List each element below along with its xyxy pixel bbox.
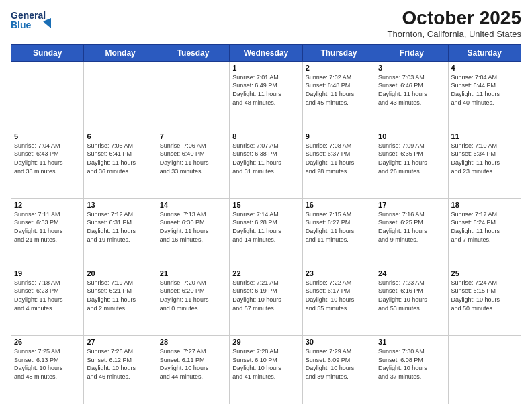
day-number: 27 bbox=[87, 338, 153, 346]
table-row: 1Sunrise: 7:01 AMSunset: 6:49 PMDaylight… bbox=[230, 61, 302, 130]
day-number: 28 bbox=[160, 338, 226, 346]
day-number: 9 bbox=[306, 132, 372, 140]
day-info: Sunrise: 7:26 AMSunset: 6:12 PMDaylight:… bbox=[87, 347, 153, 381]
day-number: 26 bbox=[14, 338, 81, 346]
day-number: 11 bbox=[451, 132, 518, 140]
page: General Blue October 2025 Thornton, Cali… bbox=[0, 0, 532, 411]
day-number: 17 bbox=[378, 201, 445, 209]
calendar-week-row: 12Sunrise: 7:11 AMSunset: 6:33 PMDayligh… bbox=[11, 198, 521, 267]
title-block: October 2025 Thornton, California, Unite… bbox=[388, 8, 521, 39]
day-number: 25 bbox=[451, 269, 518, 277]
table-row: 17Sunrise: 7:16 AMSunset: 6:25 PMDayligh… bbox=[375, 198, 448, 267]
table-row: 31Sunrise: 7:30 AMSunset: 6:08 PMDayligh… bbox=[375, 335, 448, 404]
day-info: Sunrise: 7:19 AMSunset: 6:21 PMDaylight:… bbox=[87, 279, 153, 312]
day-info: Sunrise: 7:14 AMSunset: 6:28 PMDaylight:… bbox=[232, 210, 299, 244]
calendar-week-row: 5Sunrise: 7:04 AMSunset: 6:43 PMDaylight… bbox=[11, 130, 521, 198]
calendar-table: Sunday Monday Tuesday Wednesday Thursday… bbox=[11, 44, 521, 404]
day-info: Sunrise: 7:15 AMSunset: 6:27 PMDaylight:… bbox=[306, 210, 372, 244]
calendar-week-row: 26Sunrise: 7:25 AMSunset: 6:13 PMDayligh… bbox=[11, 335, 521, 404]
day-number: 10 bbox=[378, 132, 445, 140]
day-info: Sunrise: 7:17 AMSunset: 6:24 PMDaylight:… bbox=[451, 210, 518, 244]
day-info: Sunrise: 7:04 AMSunset: 6:44 PMDaylight:… bbox=[451, 73, 518, 107]
day-number: 16 bbox=[306, 201, 372, 209]
table-row bbox=[448, 335, 521, 404]
day-info: Sunrise: 7:10 AMSunset: 6:34 PMDaylight:… bbox=[451, 142, 518, 175]
day-number: 15 bbox=[232, 201, 299, 209]
day-info: Sunrise: 7:01 AMSunset: 6:49 PMDaylight:… bbox=[232, 73, 299, 107]
table-row: 19Sunrise: 7:18 AMSunset: 6:23 PMDayligh… bbox=[11, 267, 84, 335]
table-row: 24Sunrise: 7:23 AMSunset: 6:16 PMDayligh… bbox=[375, 267, 448, 335]
day-number: 29 bbox=[232, 338, 299, 346]
table-row: 25Sunrise: 7:24 AMSunset: 6:15 PMDayligh… bbox=[448, 267, 521, 335]
day-info: Sunrise: 7:11 AMSunset: 6:33 PMDaylight:… bbox=[14, 210, 81, 244]
day-info: Sunrise: 7:30 AMSunset: 6:08 PMDaylight:… bbox=[378, 347, 445, 381]
table-row: 7Sunrise: 7:06 AMSunset: 6:40 PMDaylight… bbox=[157, 130, 229, 198]
col-sunday: Sunday bbox=[11, 44, 84, 61]
table-row: 18Sunrise: 7:17 AMSunset: 6:24 PMDayligh… bbox=[448, 198, 521, 267]
table-row: 26Sunrise: 7:25 AMSunset: 6:13 PMDayligh… bbox=[11, 335, 84, 404]
day-number: 4 bbox=[451, 64, 518, 72]
location: Thornton, California, United States bbox=[388, 29, 521, 39]
table-row: 15Sunrise: 7:14 AMSunset: 6:28 PMDayligh… bbox=[230, 198, 302, 267]
day-info: Sunrise: 7:16 AMSunset: 6:25 PMDaylight:… bbox=[378, 210, 445, 244]
table-row: 22Sunrise: 7:21 AMSunset: 6:19 PMDayligh… bbox=[230, 267, 302, 335]
day-info: Sunrise: 7:23 AMSunset: 6:16 PMDaylight:… bbox=[378, 279, 445, 312]
day-info: Sunrise: 7:04 AMSunset: 6:43 PMDaylight:… bbox=[14, 142, 81, 175]
day-number: 13 bbox=[87, 201, 153, 209]
table-row: 4Sunrise: 7:04 AMSunset: 6:44 PMDaylight… bbox=[448, 61, 521, 130]
table-row: 23Sunrise: 7:22 AMSunset: 6:17 PMDayligh… bbox=[302, 267, 375, 335]
day-number: 12 bbox=[14, 201, 81, 209]
day-number: 20 bbox=[87, 269, 153, 277]
day-number: 3 bbox=[378, 64, 445, 72]
table-row: 3Sunrise: 7:03 AMSunset: 6:46 PMDaylight… bbox=[375, 61, 448, 130]
day-info: Sunrise: 7:08 AMSunset: 6:37 PMDaylight:… bbox=[306, 142, 372, 175]
col-wednesday: Wednesday bbox=[230, 44, 302, 61]
day-info: Sunrise: 7:07 AMSunset: 6:38 PMDaylight:… bbox=[232, 142, 299, 175]
table-row: 20Sunrise: 7:19 AMSunset: 6:21 PMDayligh… bbox=[84, 267, 157, 335]
table-row: 12Sunrise: 7:11 AMSunset: 6:33 PMDayligh… bbox=[11, 198, 84, 267]
table-row: 30Sunrise: 7:29 AMSunset: 6:09 PMDayligh… bbox=[302, 335, 375, 404]
table-row: 2Sunrise: 7:02 AMSunset: 6:48 PMDaylight… bbox=[302, 61, 375, 130]
table-row: 6Sunrise: 7:05 AMSunset: 6:41 PMDaylight… bbox=[84, 130, 157, 198]
calendar-week-row: 1Sunrise: 7:01 AMSunset: 6:49 PMDaylight… bbox=[11, 61, 521, 130]
day-info: Sunrise: 7:28 AMSunset: 6:10 PMDaylight:… bbox=[232, 347, 299, 381]
day-info: Sunrise: 7:09 AMSunset: 6:35 PMDaylight:… bbox=[378, 142, 445, 175]
day-number: 6 bbox=[87, 132, 153, 140]
col-thursday: Thursday bbox=[302, 44, 375, 61]
day-info: Sunrise: 7:13 AMSunset: 6:30 PMDaylight:… bbox=[160, 210, 226, 244]
day-number: 21 bbox=[160, 269, 226, 277]
day-info: Sunrise: 7:05 AMSunset: 6:41 PMDaylight:… bbox=[87, 142, 153, 175]
day-info: Sunrise: 7:06 AMSunset: 6:40 PMDaylight:… bbox=[160, 142, 226, 175]
table-row: 27Sunrise: 7:26 AMSunset: 6:12 PMDayligh… bbox=[84, 335, 157, 404]
day-number: 18 bbox=[451, 201, 518, 209]
col-tuesday: Tuesday bbox=[157, 44, 229, 61]
table-row: 28Sunrise: 7:27 AMSunset: 6:11 PMDayligh… bbox=[157, 335, 229, 404]
day-number: 24 bbox=[378, 269, 445, 277]
table-row: 11Sunrise: 7:10 AMSunset: 6:34 PMDayligh… bbox=[448, 130, 521, 198]
day-info: Sunrise: 7:29 AMSunset: 6:09 PMDaylight:… bbox=[306, 347, 372, 381]
day-number: 23 bbox=[306, 269, 372, 277]
table-row: 21Sunrise: 7:20 AMSunset: 6:20 PMDayligh… bbox=[157, 267, 229, 335]
calendar-week-row: 19Sunrise: 7:18 AMSunset: 6:23 PMDayligh… bbox=[11, 267, 521, 335]
svg-text:Blue: Blue bbox=[11, 19, 32, 30]
day-info: Sunrise: 7:27 AMSunset: 6:11 PMDaylight:… bbox=[160, 347, 226, 381]
day-info: Sunrise: 7:21 AMSunset: 6:19 PMDaylight:… bbox=[232, 279, 299, 312]
day-info: Sunrise: 7:12 AMSunset: 6:31 PMDaylight:… bbox=[87, 210, 153, 244]
table-row bbox=[11, 61, 84, 130]
col-saturday: Saturday bbox=[448, 44, 521, 61]
table-row: 29Sunrise: 7:28 AMSunset: 6:10 PMDayligh… bbox=[230, 335, 302, 404]
day-number: 19 bbox=[14, 269, 81, 277]
day-number: 5 bbox=[14, 132, 81, 140]
table-row: 8Sunrise: 7:07 AMSunset: 6:38 PMDaylight… bbox=[230, 130, 302, 198]
header: General Blue October 2025 Thornton, Cali… bbox=[11, 8, 521, 39]
table-row: 10Sunrise: 7:09 AMSunset: 6:35 PMDayligh… bbox=[375, 130, 448, 198]
month-title: October 2025 bbox=[388, 8, 521, 29]
day-number: 7 bbox=[160, 132, 226, 140]
col-monday: Monday bbox=[84, 44, 157, 61]
logo: General Blue bbox=[11, 8, 51, 36]
day-number: 2 bbox=[306, 64, 372, 72]
day-info: Sunrise: 7:20 AMSunset: 6:20 PMDaylight:… bbox=[160, 279, 226, 312]
day-number: 1 bbox=[232, 64, 299, 72]
table-row: 16Sunrise: 7:15 AMSunset: 6:27 PMDayligh… bbox=[302, 198, 375, 267]
table-row bbox=[157, 61, 229, 130]
